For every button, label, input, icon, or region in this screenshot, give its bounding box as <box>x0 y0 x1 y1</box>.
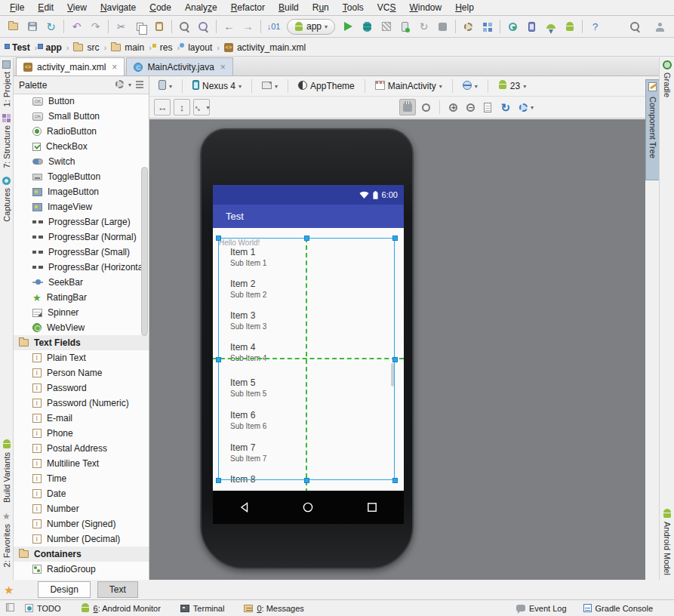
menu-code[interactable]: Code <box>143 1 178 14</box>
cut-button[interactable]: ✂ <box>112 17 131 35</box>
zoom-out-button[interactable]: − <box>463 99 478 116</box>
palette-item-phone[interactable]: Phone <box>14 426 149 441</box>
rerun-button[interactable]: ↻ <box>414 17 433 35</box>
device-screen[interactable]: 6:00 Test Hello World! Item 1Sub Item 1I… <box>213 185 404 524</box>
palette-item-multiline-text[interactable]: Multiline Text <box>14 456 149 471</box>
palette-item-small-button[interactable]: OKSmall Button <box>14 109 149 124</box>
device-selector[interactable]: Nexus 4▾ <box>189 78 245 94</box>
palette-item-text-fields[interactable]: Text Fields <box>14 335 149 350</box>
palette-item-date[interactable]: Date <box>14 486 149 501</box>
palette-item-number--signed-[interactable]: Number (Signed) <box>14 516 149 531</box>
run-button[interactable] <box>339 17 358 35</box>
toolwindow-favorites[interactable]: ★2: Favorites <box>0 512 13 567</box>
design-canvas[interactable]: 6:00 Test Hello World! Item 1Sub Item 1I… <box>149 119 645 580</box>
statusbar-event-log[interactable]: Event Log <box>516 604 567 613</box>
paste-button[interactable] <box>149 17 168 35</box>
palette-item-switch[interactable]: Switch <box>14 154 149 169</box>
statusbar-androidmonitor[interactable]: 6: Android Monitor <box>81 603 161 613</box>
palette-item-webview[interactable]: WebView <box>14 320 149 335</box>
palette-item-postal-address[interactable]: Postal Address <box>14 441 149 456</box>
menu-tools[interactable]: Tools <box>336 1 371 14</box>
open-file-button[interactable] <box>4 17 23 35</box>
expand-all-button[interactable]: ↔▾ <box>193 99 210 116</box>
pan-button[interactable] <box>399 99 416 116</box>
palette-item-button[interactable]: OKButton <box>14 94 149 109</box>
locale-selector[interactable]: ▾ <box>460 78 481 94</box>
save-all-button[interactable] <box>23 17 42 35</box>
copy-button[interactable] <box>131 17 149 35</box>
statusbar-todo[interactable]: TODO <box>25 604 61 613</box>
preview-doc-button[interactable] <box>481 99 494 116</box>
palette-item-time[interactable]: Time <box>14 471 149 486</box>
activity-selector[interactable]: MainActivity▾ <box>372 78 445 94</box>
menu-window[interactable]: Window <box>402 1 448 14</box>
debug-button[interactable] <box>358 17 377 35</box>
menu-help[interactable]: Help <box>448 1 481 14</box>
selection-handle[interactable] <box>304 478 309 483</box>
make-project-button[interactable]: ↓01 <box>264 17 283 35</box>
project-structure-button[interactable] <box>478 17 497 35</box>
close-icon[interactable]: × <box>220 62 226 72</box>
breadcrumb-res[interactable]: res <box>154 42 175 53</box>
palette-item-togglebutton[interactable]: ToggleButton <box>14 169 149 184</box>
selection-handle[interactable] <box>304 236 309 241</box>
menu-run[interactable]: Run <box>306 1 336 14</box>
menu-refactor[interactable]: Refactor <box>224 1 272 14</box>
palette-item-checkbox[interactable]: CheckBox <box>14 139 149 154</box>
palette-item-radiobutton[interactable]: RadioButton <box>14 124 149 139</box>
menu-build[interactable]: Build <box>272 1 306 14</box>
menu-file[interactable]: File <box>3 1 31 14</box>
palette-item-progressbar--horizontal-[interactable]: ProgressBar (Horizontal) <box>14 260 149 275</box>
toolwindow-project[interactable]: 1: Project <box>0 60 13 106</box>
layout-preview[interactable]: Hello World! Item 1Sub Item 1Item 2Sub I… <box>213 228 404 491</box>
editor-tab-activity_main.xml[interactable]: <>activity_main.xml× <box>16 57 125 75</box>
palette-item-radiogroup[interactable]: RadioGroup <box>14 562 149 577</box>
palette-settings-button[interactable] <box>115 80 124 91</box>
statusbar-terminal[interactable]: Terminal <box>180 604 225 613</box>
tab-design[interactable]: Design <box>38 581 90 598</box>
palette-item-e-mail[interactable]: E-mail <box>14 411 149 426</box>
android-monitor-button[interactable] <box>560 17 579 35</box>
menu-navigate[interactable]: Navigate <box>94 1 143 14</box>
breadcrumb-Test[interactable]: Test <box>6 42 32 53</box>
device-monitor-button[interactable] <box>522 17 541 35</box>
toolwindow-structure[interactable]: 7: Structure <box>0 113 13 168</box>
palette-item-plain-text[interactable]: Plain Text <box>14 350 149 365</box>
editor-tab-MainActivity.java[interactable]: CMainActivity.java× <box>126 57 233 75</box>
selection-handle[interactable] <box>216 357 221 362</box>
palette-item-password--numeric-[interactable]: Password (Numeric) <box>14 396 149 411</box>
undo-button[interactable]: ↶ <box>67 17 86 35</box>
favorites-star-icon[interactable]: ★ <box>4 584 14 596</box>
find-usages-button[interactable] <box>194 17 213 35</box>
find-button[interactable] <box>175 17 194 35</box>
selection-handle[interactable] <box>216 236 221 241</box>
toolwindow-toggle-button[interactable] <box>6 603 14 613</box>
selection-handle[interactable] <box>392 478 398 483</box>
run-config-selector[interactable]: app▾ <box>287 19 335 35</box>
api-level-selector[interactable]: 23▾ <box>495 78 529 94</box>
menu-edit[interactable]: Edit <box>31 1 60 14</box>
palette-item-spinner[interactable]: Spinner <box>14 305 149 320</box>
component-tree-tab[interactable]: Component Tree <box>645 79 660 180</box>
palette-item-number[interactable]: Number <box>14 501 149 516</box>
breadcrumb-main[interactable]: main <box>109 42 146 53</box>
menu-analyze[interactable]: Analyze <box>178 1 224 14</box>
sync-button[interactable]: ↻ <box>42 17 60 35</box>
listview-selection[interactable] <box>218 238 395 480</box>
toolwindow-buildvariants[interactable]: Build Variants <box>0 439 13 503</box>
selection-handle[interactable] <box>216 478 221 483</box>
redo-button[interactable]: ↷ <box>86 17 105 35</box>
orientation-button[interactable]: ▾ <box>259 78 281 94</box>
menu-view[interactable]: View <box>60 1 94 14</box>
selection-handle[interactable] <box>392 236 398 241</box>
search-button[interactable] <box>626 17 645 35</box>
breadcrumb-src[interactable]: src <box>71 42 101 53</box>
toolwindow-gradle[interactable]: Gradle <box>660 60 674 97</box>
help-button[interactable]: ? <box>586 17 605 35</box>
palette-scrollbar[interactable] <box>141 167 148 336</box>
refresh-button[interactable]: ↻ <box>497 99 513 116</box>
palette-item-containers[interactable]: Containers <box>14 547 149 562</box>
breadcrumb-app[interactable]: app <box>39 42 63 53</box>
gradle-sync-button[interactable] <box>503 17 522 35</box>
theme-selector[interactable]: AppTheme <box>295 78 358 94</box>
